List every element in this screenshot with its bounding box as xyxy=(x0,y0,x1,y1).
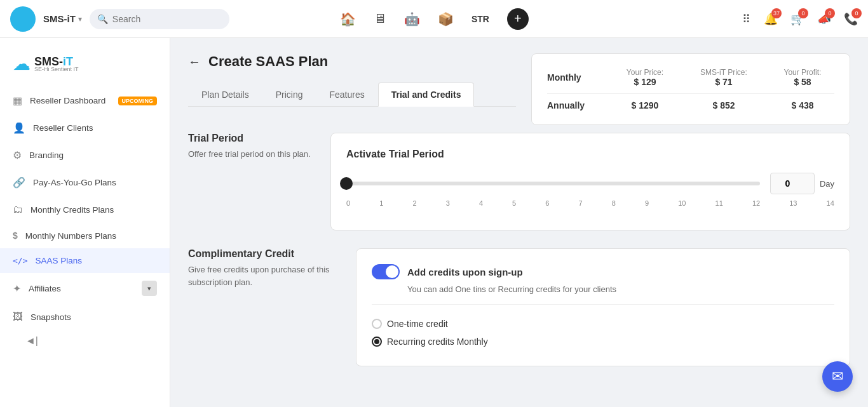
slider-input-wrap: Day xyxy=(770,173,834,194)
sidebar-item-pay-as-you-go[interactable]: 🔗 Pay-As-You-Go Plans xyxy=(0,169,170,196)
sidebar-item-monthly-credits[interactable]: 🗂 Monthly Credits Plans xyxy=(0,196,170,223)
slider-track-wrap: Day xyxy=(346,173,834,194)
toggle-label: Add credits upon sign-up xyxy=(407,267,523,277)
main-content: Monthly Your Price: $ 129 SMS-iT Price: … xyxy=(170,38,868,407)
plus-button[interactable]: + xyxy=(507,8,529,30)
radio-one-time[interactable]: One-time credit xyxy=(372,315,834,333)
annually-smsit-price-col: $ 852 xyxy=(692,100,756,110)
complimentary-credit-title: Complimentary Credit xyxy=(188,248,341,260)
logo-image: ☁ SMS-iT SE-Hi Sentient IT xyxy=(13,53,79,74)
sidebar-collapse-button[interactable]: ◄| xyxy=(25,335,38,346)
monthly-numbers-icon: $ xyxy=(13,230,18,241)
back-button[interactable]: ← xyxy=(188,55,201,69)
day-unit-label: Day xyxy=(820,179,834,189)
annually-profit-col: $ 438 xyxy=(771,100,834,110)
sidebar-item-saas-plans[interactable]: </> SAAS Plans xyxy=(0,248,170,273)
megaphone-nav-icon[interactable]: 📣 0 xyxy=(817,12,831,26)
sidebar-item-affiliates[interactable]: ✦ Affiliates ▾ xyxy=(0,273,170,304)
complimentary-credit-desc: Complimentary Credit Give free credits u… xyxy=(188,248,341,366)
radio-recurring[interactable]: Recurring credits Monthly xyxy=(372,333,834,350)
monthly-profit-val: $ 58 xyxy=(771,77,834,87)
nav-center: 🏠 🖥 🤖 📦 STR + xyxy=(340,8,529,30)
trial-period-subtitle: Offer free trial period on this plan. xyxy=(188,148,315,161)
slider-track[interactable] xyxy=(346,182,760,185)
tab-features[interactable]: Features xyxy=(316,83,378,106)
bell-badge: 37 xyxy=(771,8,782,18)
chevron-down-icon: ▾ xyxy=(78,15,82,23)
sidebar-label-snapshots: Snapshots xyxy=(31,312,157,322)
dashboard-icon: ▦ xyxy=(13,95,22,107)
page-header: ← Create SAAS Plan xyxy=(188,53,516,70)
brand-dropdown[interactable]: SMS-iT ▾ xyxy=(43,13,82,24)
home-nav-icon[interactable]: 🏠 xyxy=(340,11,356,27)
grid-nav-icon[interactable]: ⠿ xyxy=(742,12,751,26)
annually-smsit-price-val: $ 852 xyxy=(692,100,756,110)
monitor-nav-icon[interactable]: 🖥 xyxy=(374,11,386,26)
trial-period-card: Activate Trial Period Day xyxy=(330,133,850,230)
slider-thumb[interactable] xyxy=(340,177,353,190)
slider-label-5: 5 xyxy=(512,199,516,207)
search-input[interactable] xyxy=(90,9,229,29)
toggle-description: You can add One tins or Recurring credit… xyxy=(407,284,834,294)
annually-your-price-col: $ 1290 xyxy=(613,100,677,110)
slider-value-input[interactable] xyxy=(770,173,815,194)
tab-plan-details[interactable]: Plan Details xyxy=(188,83,262,106)
monthly-label: Monthly xyxy=(547,72,598,83)
add-credits-toggle[interactable] xyxy=(372,264,400,279)
sidebar-item-reseller-dashboard[interactable]: ▦ Reseller Dashboard UPCOMING xyxy=(0,87,170,114)
chat-button[interactable]: ✉ xyxy=(822,361,853,392)
radio-circle-one-time xyxy=(372,319,382,329)
saas-icon: </> xyxy=(13,256,27,265)
sidebar-item-branding[interactable]: ⚙ Branding xyxy=(0,142,170,169)
slider-label-2: 2 xyxy=(412,199,416,207)
radio-circle-recurring xyxy=(372,337,382,347)
toggle-row: Add credits upon sign-up xyxy=(372,264,834,279)
tab-pricing[interactable]: Pricing xyxy=(262,83,316,106)
str-button[interactable]: STR xyxy=(471,14,489,24)
slider-label-10: 10 xyxy=(678,199,686,207)
sidebar-logo: ☁ SMS-iT SE-Hi Sentient IT xyxy=(0,48,170,87)
pricing-annually-row: Annually $ 1290 $ 852 $ 438 xyxy=(547,97,834,114)
affiliates-expand-icon[interactable]: ▾ xyxy=(142,281,157,296)
sidebar-label-affiliates: Affiliates xyxy=(29,284,134,293)
complimentary-credit-subtitle: Give free credits upon purchase of this … xyxy=(188,264,341,288)
slider-label-0: 0 xyxy=(346,199,350,207)
payg-icon: 🔗 xyxy=(13,177,25,189)
pricing-monthly-row: Monthly Your Price: $ 129 SMS-iT Price: … xyxy=(547,64,834,91)
bell-nav-icon[interactable]: 🔔 37 xyxy=(764,12,778,26)
radio-label-recurring: Recurring credits Monthly xyxy=(387,337,488,347)
cart-badge: 0 xyxy=(798,8,808,18)
tab-trial-credits[interactable]: Trial and Credits xyxy=(378,83,475,107)
profit-label-1: Your Profit: xyxy=(771,68,834,77)
robot-nav-icon[interactable]: 🤖 xyxy=(404,11,420,27)
snapshots-icon: 🖼 xyxy=(13,311,23,323)
phone-badge: 0 xyxy=(851,8,862,18)
complimentary-credit-section: Complimentary Credit Give free credits u… xyxy=(188,248,850,366)
activate-trial-title: Activate Trial Period xyxy=(346,149,834,160)
trial-slider-container: Day 0 1 2 3 4 5 6 7 8 xyxy=(346,173,834,207)
search-wrap: 🔍 xyxy=(90,9,229,29)
logo-cloud-icon: ☁ xyxy=(13,53,31,74)
sidebar-label-pay-as-you-go: Pay-As-You-Go Plans xyxy=(33,178,157,187)
slider-label-9: 9 xyxy=(645,199,649,207)
slider-label-12: 12 xyxy=(752,199,760,207)
megaphone-badge: 0 xyxy=(825,8,835,18)
sidebar-item-monthly-numbers[interactable]: $ Monthly Numbers Plans xyxy=(0,223,170,248)
cart-nav-icon[interactable]: 🛒 0 xyxy=(790,12,804,26)
phone-nav-icon[interactable]: 📞 0 xyxy=(844,12,858,26)
radio-group: One-time credit Recurring credits Monthl… xyxy=(372,315,834,350)
sidebar-label-monthly-numbers: Monthly Numbers Plans xyxy=(25,231,157,241)
layers-nav-icon[interactable]: 📦 xyxy=(438,11,454,27)
slider-label-11: 11 xyxy=(715,199,723,207)
trial-period-desc: Trial Period Offer free trial period on … xyxy=(188,133,315,230)
sidebar-item-snapshots[interactable]: 🖼 Snapshots xyxy=(0,304,170,330)
monthly-smsit-price-val: $ 71 xyxy=(692,77,756,87)
monthly-your-price-col: Your Price: $ 129 xyxy=(613,68,677,87)
slider-label-14: 14 xyxy=(827,199,834,207)
sidebar-item-reseller-clients[interactable]: 👤 Reseller Clients xyxy=(0,114,170,142)
slider-label-3: 3 xyxy=(446,199,450,207)
brand-name: SMS-iT xyxy=(43,13,76,24)
affiliates-icon: ✦ xyxy=(13,283,21,295)
slider-label-8: 8 xyxy=(612,199,616,207)
page-layout: ☁ SMS-iT SE-Hi Sentient IT ▦ Reseller Da… xyxy=(0,38,868,407)
